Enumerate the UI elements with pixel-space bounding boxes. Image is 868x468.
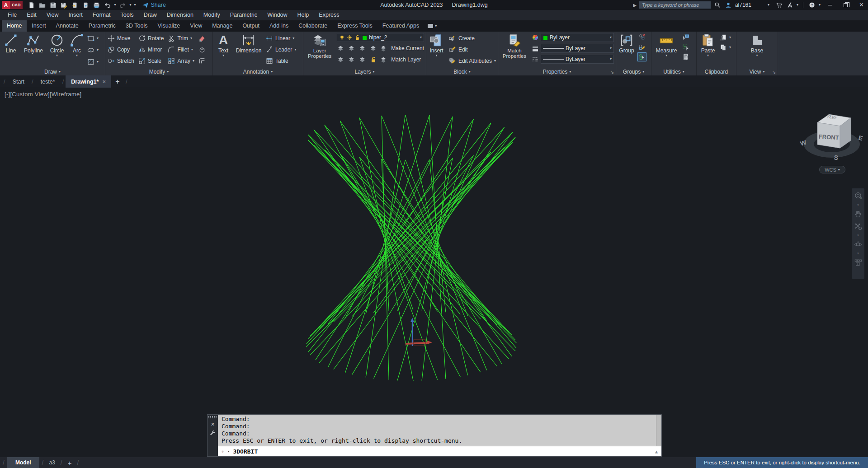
leader-button[interactable]: Leader▾: [265, 44, 296, 55]
rectangle-dropdown[interactable]: ▾: [97, 37, 99, 40]
redo-dropdown[interactable]: ▾: [128, 3, 133, 7]
rectangle-button[interactable]: [87, 34, 94, 42]
layer-unlock-icon[interactable]: [354, 35, 360, 41]
new-tab-button[interactable]: +: [111, 75, 124, 88]
ellipse-dropdown[interactable]: ▾: [97, 48, 99, 52]
layer-unisolate-button[interactable]: [348, 44, 355, 52]
offset-button[interactable]: [198, 57, 206, 65]
help-search-input[interactable]: [639, 1, 711, 9]
menu-item[interactable]: Edit: [22, 10, 42, 20]
menu-item[interactable]: Format: [88, 10, 116, 20]
layer-lock-button[interactable]: [369, 44, 377, 52]
undo-button[interactable]: [102, 0, 113, 9]
open-button[interactable]: [37, 0, 48, 9]
zoom-extents-icon[interactable]: [854, 222, 862, 230]
command-input[interactable]: ✛ ▾ 3DORBIT ▲: [218, 446, 661, 456]
ribbon-tab[interactable]: Featured Apps: [377, 20, 424, 32]
showmotion-icon[interactable]: [854, 258, 862, 267]
share-button[interactable]: Share: [142, 2, 166, 9]
panel-label-layers[interactable]: Layers▾: [303, 68, 426, 75]
save-as-button[interactable]: [59, 0, 70, 9]
new-drawing-button[interactable]: [26, 0, 37, 9]
layer-thaw-icon[interactable]: [347, 35, 353, 41]
ribbon-tab[interactable]: Parametric: [84, 20, 121, 32]
recent-commands-icon[interactable]: ▾: [227, 449, 230, 454]
hatch-button[interactable]: [87, 58, 94, 66]
leader-dropdown[interactable]: ▾: [294, 48, 296, 51]
pan-icon[interactable]: [854, 210, 862, 218]
table-button[interactable]: Table: [265, 55, 296, 66]
fillet-button[interactable]: Fillet▾: [167, 44, 194, 55]
menu-item[interactable]: View: [42, 10, 64, 20]
explode-button[interactable]: [198, 46, 206, 53]
ribbon-tab[interactable]: View: [185, 20, 207, 32]
command-expand-icon[interactable]: ▲: [655, 449, 658, 454]
autocad-logo[interactable]: ACAD: [2, 1, 23, 9]
properties-panel-launcher[interactable]: ↘: [610, 70, 614, 75]
file-tab-teste[interactable]: teste*: [35, 75, 61, 88]
fillet-dropdown[interactable]: ▾: [191, 48, 193, 51]
erase-button[interactable]: [198, 34, 206, 42]
rotate-button[interactable]: Rotate: [138, 33, 164, 44]
trim-dropdown[interactable]: ▾: [190, 37, 192, 40]
group-button[interactable]: Group: [617, 33, 636, 68]
undo-dropdown[interactable]: ▾: [113, 3, 118, 7]
file-tab-start[interactable]: Start: [7, 75, 30, 88]
drag-handle-icon[interactable]: [208, 416, 217, 418]
stretch-button[interactable]: Stretch: [107, 55, 134, 66]
layer-properties-button[interactable]: Layer Properties: [305, 33, 334, 68]
menu-item[interactable]: Draw: [139, 10, 162, 20]
ellipse-button[interactable]: [87, 46, 94, 54]
layer-select-combo[interactable]: hiper_2 ▾: [337, 33, 424, 42]
edit-attributes-dropdown[interactable]: ▾: [494, 59, 496, 63]
paste-button[interactable]: Paste ▾: [698, 33, 717, 68]
layout-tab-a3[interactable]: a3: [46, 459, 57, 466]
save-button[interactable]: [48, 0, 59, 9]
panel-label-clipboard[interactable]: Clipboard: [697, 68, 736, 75]
object-color-combo[interactable]: ByLayer▾: [541, 33, 614, 42]
group-selection-toggle[interactable]: [637, 52, 646, 61]
cut-button[interactable]: [719, 34, 727, 42]
autodesk-app-dropdown[interactable]: ▾: [797, 3, 798, 7]
ribbon-tab[interactable]: Insert: [27, 20, 51, 32]
menu-item[interactable]: Window: [262, 10, 292, 20]
view-panel-launcher[interactable]: ↘: [772, 70, 776, 75]
ribbon-display-toggle[interactable]: ▾: [424, 20, 440, 32]
close-button[interactable]: ×: [855, 0, 868, 10]
ribbon-tab[interactable]: Home: [2, 20, 27, 32]
cut-dropdown[interactable]: ▾: [729, 36, 731, 39]
layer-off-button[interactable]: [337, 56, 344, 63]
username[interactable]: al7161: [735, 2, 751, 8]
mirror-button[interactable]: Mirror: [138, 44, 164, 55]
hatch-dropdown[interactable]: ▾: [97, 60, 99, 64]
linear-dropdown[interactable]: ▾: [292, 37, 294, 40]
move-button[interactable]: Move: [107, 33, 134, 44]
circle-button[interactable]: Circle ▾: [47, 33, 67, 68]
ungroup-button[interactable]: [637, 33, 646, 42]
menu-item[interactable]: Dimension: [162, 10, 198, 20]
command-history[interactable]: Command:Command:Command:Press ESC or ENT…: [218, 415, 661, 446]
group-edit-button[interactable]: [637, 42, 646, 51]
menu-item[interactable]: Parametric: [225, 10, 262, 20]
search-expand-arrow[interactable]: ▶: [633, 3, 637, 8]
layer-isolate-button[interactable]: [337, 44, 344, 52]
panel-label-draw[interactable]: Draw▾: [0, 68, 105, 75]
panel-label-annotation[interactable]: Annotation▾: [213, 68, 303, 75]
menu-item[interactable]: Express: [314, 10, 344, 20]
insert-block-button[interactable]: Insert ▾: [428, 33, 445, 68]
restore-button[interactable]: [839, 0, 852, 10]
app-store-cart-icon[interactable]: [775, 1, 783, 9]
redo-button[interactable]: [118, 0, 128, 9]
base-button[interactable]: Base ▾: [747, 33, 768, 68]
layer-color-swatch[interactable]: [362, 35, 367, 40]
customize-quick-access-button[interactable]: ▾: [133, 3, 137, 7]
orbit-icon[interactable]: [854, 240, 862, 248]
edit-attributes-button[interactable]: Edit Attributes▾: [448, 55, 496, 66]
line-button[interactable]: Line: [2, 33, 20, 68]
panel-label-utilities[interactable]: Utilities▾: [651, 68, 696, 75]
copy-clip-dropdown[interactable]: ▾: [729, 46, 731, 49]
quick-select-button[interactable]: [681, 33, 690, 42]
command-close-icon[interactable]: ×: [211, 421, 214, 427]
command-customize-icon[interactable]: [210, 430, 216, 437]
menu-item[interactable]: Help: [292, 10, 314, 20]
